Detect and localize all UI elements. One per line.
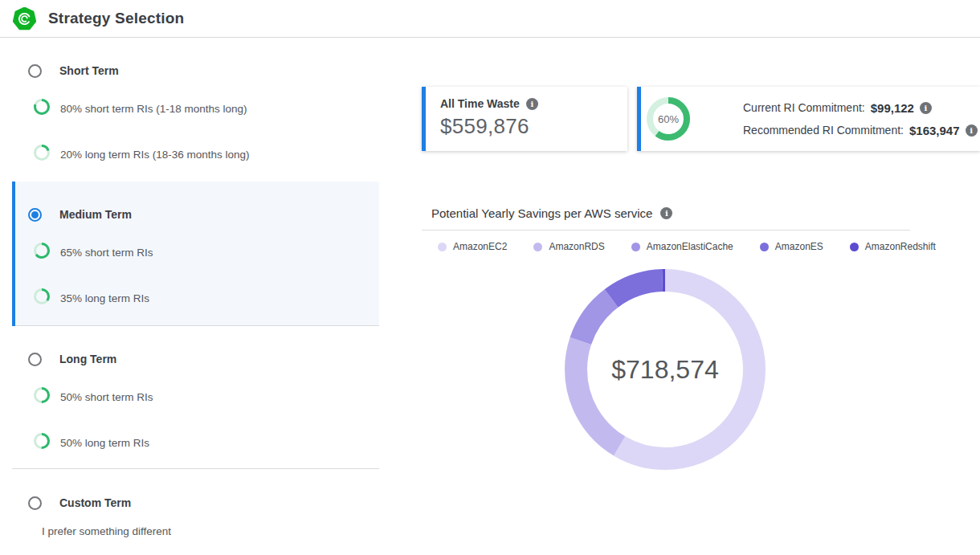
strategy-head-custom-term[interactable]: Custom Term bbox=[12, 496, 379, 510]
strategy-option-long-term: Long Term 50% short term RIs 50% long te… bbox=[12, 326, 379, 469]
allocation-text: 50% long term RIs bbox=[60, 437, 149, 449]
legend-swatch-icon bbox=[533, 243, 542, 251]
chart-title: Potential Yearly Savings per AWS service bbox=[431, 206, 652, 220]
allocation-ring-icon bbox=[34, 288, 50, 308]
legend-label: AmazonElastiCache bbox=[647, 241, 733, 252]
recommended-ri-commitment-row: Recommended RI Commitment: $163,947 i bbox=[743, 124, 978, 137]
allocation-text: 35% long term RIs bbox=[60, 292, 149, 304]
strategy-option-custom-term: Custom Term I prefer something different bbox=[12, 469, 379, 538]
ri-commitment-card: 60% Current RI Commitment: $99,122 i Rec… bbox=[637, 87, 980, 151]
legend-item[interactable]: AmazonRedshift bbox=[850, 241, 936, 252]
current-ri-commitment-row: Current RI Commitment: $99,122 i bbox=[743, 101, 978, 115]
info-icon[interactable]: i bbox=[526, 98, 538, 110]
radio-short-term[interactable] bbox=[28, 64, 42, 78]
allocation-item: 50% long term RIs bbox=[12, 435, 379, 451]
legend-label: AmazonRDS bbox=[549, 241, 604, 252]
legend-swatch-icon bbox=[850, 243, 859, 251]
donut-center-total: $718,574 bbox=[611, 355, 718, 384]
strategy-head-short-term[interactable]: Short Term bbox=[12, 63, 379, 78]
allocation-text: 80% short term RIs (1-18 months long) bbox=[60, 103, 247, 115]
all-time-waste-card: All Time Waste i $559,876 bbox=[422, 87, 627, 151]
allocation-ring-icon bbox=[34, 387, 50, 406]
strategy-list: Short Term 80% short term RIs (1-18 mont… bbox=[12, 38, 379, 538]
allocation-ring-icon bbox=[34, 433, 50, 452]
recommended-ri-value: $163,947 bbox=[909, 124, 960, 137]
allocation-text: 50% short term RIs bbox=[60, 391, 153, 403]
allocation-ring-icon bbox=[34, 243, 50, 262]
info-icon[interactable]: i bbox=[920, 102, 932, 114]
allocation-item: 65% short term RIs bbox=[12, 244, 379, 260]
legend-item[interactable]: AmazonEC2 bbox=[438, 241, 507, 252]
strategy-option-medium-term-selected: Medium Term 65% short term RIs 35% long … bbox=[12, 182, 379, 326]
strategy-label: Short Term bbox=[59, 64, 119, 77]
radio-medium-term[interactable] bbox=[28, 208, 42, 222]
info-icon[interactable]: i bbox=[660, 207, 672, 219]
strategy-head-long-term[interactable]: Long Term bbox=[12, 352, 379, 366]
radio-long-term[interactable] bbox=[28, 353, 42, 366]
legend-label: AmazonRedshift bbox=[865, 241, 936, 252]
page-title: Strategy Selection bbox=[48, 10, 184, 27]
strategy-label: Long Term bbox=[59, 353, 116, 365]
custom-term-description: I prefer something different bbox=[12, 525, 379, 538]
legend-swatch-icon bbox=[631, 243, 640, 251]
gauge-percent-label: 60% bbox=[647, 97, 690, 141]
strategy-label: Medium Term bbox=[59, 208, 132, 221]
strategy-head-medium-term[interactable]: Medium Term bbox=[12, 207, 379, 222]
legend-swatch-icon bbox=[438, 243, 447, 251]
allocation-item: 35% long term RIs bbox=[12, 290, 379, 306]
current-ri-label: Current RI Commitment: bbox=[743, 101, 865, 114]
allocation-ring-icon bbox=[34, 99, 50, 118]
legend-label: AmazonES bbox=[775, 241, 823, 252]
radio-custom-term[interactable] bbox=[28, 496, 42, 510]
legend-label: AmazonEC2 bbox=[453, 241, 507, 252]
allocation-ring-icon bbox=[34, 145, 50, 164]
allocation-item: 80% short term RIs (1-18 months long) bbox=[12, 100, 379, 116]
commitment-gauge: 60% bbox=[647, 97, 690, 141]
waste-card-label: All Time Waste bbox=[440, 97, 520, 110]
chart-legend: AmazonEC2AmazonRDSAmazonElastiCacheAmazo… bbox=[438, 241, 910, 252]
strategy-option-short-term: Short Term 80% short term RIs (1-18 mont… bbox=[12, 38, 379, 162]
app-logo-icon bbox=[13, 7, 36, 31]
recommended-ri-label: Recommended RI Commitment: bbox=[743, 124, 904, 137]
legend-item[interactable]: AmazonES bbox=[760, 241, 823, 252]
savings-chart-panel: Potential Yearly Savings per AWS service… bbox=[422, 198, 910, 474]
savings-donut-chart: $718,574 bbox=[561, 265, 770, 474]
legend-item[interactable]: AmazonElastiCache bbox=[631, 241, 733, 252]
allocation-text: 65% short term RIs bbox=[60, 247, 153, 259]
strategy-label: Custom Term bbox=[59, 496, 131, 509]
legend-swatch-icon bbox=[760, 243, 769, 251]
info-icon[interactable]: i bbox=[966, 124, 978, 137]
allocation-text: 20% long term RIs (18-36 months long) bbox=[60, 149, 250, 161]
waste-card-value: $559,876 bbox=[440, 114, 627, 139]
page-header: Strategy Selection bbox=[0, 0, 980, 38]
allocation-item: 20% long term RIs (18-36 months long) bbox=[12, 146, 379, 162]
current-ri-value: $99,122 bbox=[871, 101, 914, 115]
allocation-item: 50% short term RIs bbox=[12, 389, 379, 405]
legend-item[interactable]: AmazonRDS bbox=[533, 241, 604, 252]
